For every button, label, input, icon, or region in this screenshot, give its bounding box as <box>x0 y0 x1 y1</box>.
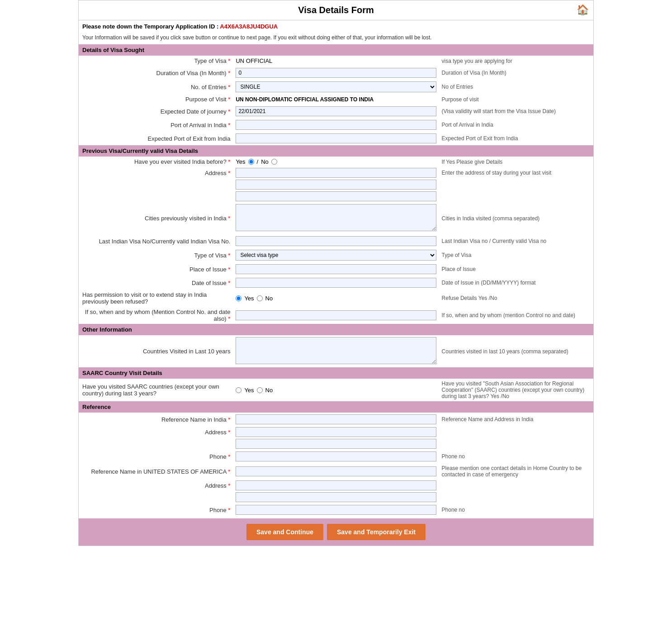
ref-usa-phone-input[interactable] <box>236 505 436 515</box>
last-visa-no-input[interactable] <box>236 236 436 246</box>
ref-usa-phone-hint: Phone no <box>442 507 465 513</box>
duration-label: Duration of Visa (In Month) <box>156 70 227 76</box>
address-input-2[interactable] <box>236 180 436 190</box>
no-entries-hint: No of Entries <box>442 84 473 90</box>
required-marker: * <box>228 170 230 176</box>
saarc-no-radio[interactable] <box>257 387 263 393</box>
ref-india-address-input-2[interactable] <box>236 439 436 449</box>
last-visa-no-hint: Last Indian Visa no / Currently valid Vi… <box>442 238 547 244</box>
port-exit-label: Expected Port of Exit from India <box>148 135 231 142</box>
port-exit-hint: Expected Port of Exit from India <box>442 135 518 142</box>
refused-no-radio[interactable] <box>257 295 263 301</box>
ref-usa-address-label: Address <box>205 482 227 489</box>
no-entries-select[interactable]: SINGLE DOUBLE MULTIPLE <box>236 81 436 92</box>
ref-india-phone-label: Phone <box>209 453 227 460</box>
ref-india-phone-hint: Phone no <box>442 453 465 460</box>
visited-before-label: Have you ever visited India before? <box>134 158 227 165</box>
expected-date-hint: (Visa validity will start from the Visa … <box>442 108 556 114</box>
required-marker: * <box>228 57 230 64</box>
port-exit-input[interactable] <box>236 133 436 143</box>
required-marker: * <box>228 108 230 115</box>
address-label-prev: Address <box>205 170 227 176</box>
section-saarc: SAARC Country Visit Details <box>79 367 593 379</box>
countries-visited-hint: Countries visited in last 10 years (comm… <box>442 348 568 355</box>
required-marker: * <box>228 280 230 286</box>
required-marker: * <box>228 266 230 273</box>
section-other-info: Other Information <box>79 324 593 335</box>
visited-no-radio[interactable] <box>271 159 277 165</box>
countries-visited-label: Countries Visited in Last 10 years <box>143 348 230 355</box>
type-of-visa-prev-select[interactable]: Select visa type <box>236 250 436 261</box>
ref-usa-name-label: Reference Name in UNITED STATES OF AMERI… <box>91 468 226 475</box>
refused-hint: Refuse Details Yes /No <box>442 295 497 301</box>
required-marker: * <box>228 429 230 436</box>
required-marker: * <box>228 468 230 475</box>
ref-india-name-hint: Reference Name and Address in India <box>442 416 534 423</box>
refused-details-label: If so, when and by whom (Mention Control… <box>85 309 231 322</box>
duration-hint: Duration of Visa (In Month) <box>442 70 506 76</box>
section-visa-sought: Details of Visa Sought <box>79 44 593 56</box>
type-of-visa-value: UN OFFICIAL <box>236 57 272 64</box>
ref-usa-name-input[interactable] <box>236 466 436 476</box>
home-icon[interactable]: 🏠 <box>577 4 589 16</box>
ref-india-address-input-1[interactable] <box>236 427 436 437</box>
date-of-issue-input[interactable] <box>236 278 436 288</box>
cities-textarea[interactable] <box>236 204 436 231</box>
saarc-no-label: No <box>265 387 273 394</box>
address-input-3[interactable] <box>236 191 436 201</box>
place-of-issue-input[interactable] <box>236 264 436 274</box>
purpose-value: UN NON-DIPLOMATIC OFFICIAL ASSIGNED TO I… <box>236 96 374 103</box>
temp-id-label: Please note down the Temporary Applicati… <box>82 23 218 30</box>
refused-yes-label: Yes <box>244 295 254 302</box>
ref-india-name-label: Reference Name in India <box>161 416 227 423</box>
visited-yes-radio[interactable] <box>248 159 254 165</box>
required-marker: * <box>228 453 230 460</box>
place-of-issue-label: Place of Issue <box>189 266 227 273</box>
address-input-1[interactable] <box>236 168 436 178</box>
ref-usa-phone-label: Phone <box>209 507 227 513</box>
section-reference: Reference <box>79 401 593 413</box>
purpose-label: Purpose of Visit <box>185 96 227 103</box>
address-hint-prev: Enter the address of stay during your la… <box>442 170 552 176</box>
countries-visited-textarea[interactable] <box>236 337 436 364</box>
refused-label: Has permission to visit or to extend sta… <box>82 291 207 305</box>
ref-india-phone-input[interactable] <box>236 451 436 461</box>
duration-input[interactable] <box>236 68 436 78</box>
refused-details-hint: If so, when and by whom (mention Control… <box>442 312 576 318</box>
required-marker: * <box>228 96 230 103</box>
required-marker: * <box>228 158 230 165</box>
refused-details-input[interactable] <box>236 310 436 320</box>
required-marker: * <box>228 70 230 76</box>
page-title: Visa Details Form <box>298 5 374 15</box>
type-of-visa-hint: visa type you are applying for <box>442 58 512 64</box>
save-exit-button[interactable]: Save and Temporarily Exit <box>327 524 426 540</box>
ref-india-address-label: Address <box>205 429 227 436</box>
ref-usa-address-input-1[interactable] <box>236 480 436 490</box>
footer-buttons: Save and Continue Save and Temporarily E… <box>79 518 593 546</box>
saarc-yes-label: Yes <box>244 387 254 394</box>
temp-id-value: A4X6A3A8JU4DGUA <box>220 23 278 30</box>
cities-label: Cities previously visited in India <box>145 215 227 222</box>
port-arrival-input[interactable] <box>236 120 436 130</box>
visited-before-hint: If Yes Please give Details <box>442 159 503 165</box>
refused-no-label: No <box>265 295 273 302</box>
port-arrival-hint: Port of Arrival in India <box>442 122 493 128</box>
ref-usa-address-input-2[interactable] <box>236 492 436 502</box>
save-continue-button[interactable]: Save and Continue <box>246 524 323 540</box>
section-previous-visa: Previous Visa/Currently valid Visa Detai… <box>79 145 593 157</box>
visited-yes-label: Yes <box>236 158 245 165</box>
visited-no-label: No <box>261 158 269 165</box>
type-of-visa-prev-label: Type of Visa <box>194 252 226 259</box>
ref-india-name-input[interactable] <box>236 414 436 424</box>
date-of-issue-hint: Date of Issue in (DD/MM/YYYY) format <box>442 280 536 286</box>
saarc-yes-radio[interactable] <box>236 387 241 393</box>
ref-usa-name-hint: Please mention one contact details in Ho… <box>442 465 582 478</box>
refused-yes-radio[interactable] <box>236 295 241 301</box>
date-of-issue-label: Date of Issue <box>192 280 227 286</box>
required-marker: * <box>228 482 230 489</box>
expected-date-input[interactable] <box>236 106 436 116</box>
no-entries-label: No. of Entries <box>191 84 227 90</box>
saarc-label: Have you visited SAARC countries (except… <box>82 383 219 397</box>
required-marker: * <box>228 84 230 90</box>
expected-date-label: Expected Date of journey <box>161 108 227 115</box>
